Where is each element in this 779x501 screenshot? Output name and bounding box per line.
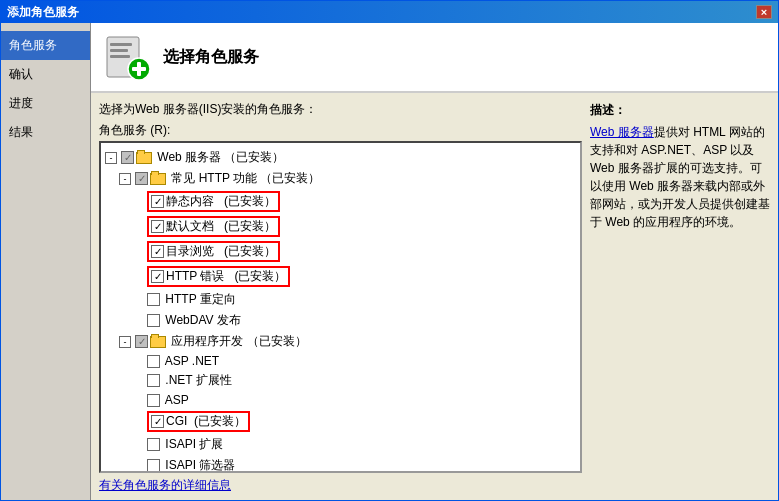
checkbox-isapi-ext[interactable] — [147, 438, 160, 451]
sidebar-item-confirm[interactable]: 确认 — [1, 60, 90, 89]
checkbox-app-dev[interactable] — [135, 335, 148, 348]
checkbox-common-http[interactable] — [135, 172, 148, 185]
sidebar: 角色服务 确认 进度 结果 — [1, 23, 91, 500]
svg-rect-2 — [110, 49, 128, 52]
highlight-box-doc: 默认文档 (已安装） — [147, 216, 280, 237]
description-panel: 描述： Web 服务器提供对 HTML 网站的支持和对 ASP.NET、ASP … — [590, 101, 770, 500]
bottom-link-area: 有关角色服务的详细信息 — [99, 473, 582, 500]
sidebar-item-result[interactable]: 结果 — [1, 118, 90, 147]
folder-icon-web-server — [136, 152, 152, 164]
tree-node-asp-net: ASP .NET — [105, 352, 576, 370]
label-static-content: 静态内容 (已安装） — [166, 193, 276, 210]
desc-content: Web 服务器提供对 HTML 网站的支持和对 ASP.NET、ASP 以及 W… — [590, 123, 770, 231]
tree-node-webdav: WebDAV 发布 — [105, 310, 576, 331]
checkbox-asp-net[interactable] — [147, 355, 160, 368]
highlight-box-static: 静态内容 (已安装） — [147, 191, 280, 212]
folder-icon-app-dev — [150, 336, 166, 348]
title-bar: 添加角色服务 × — [1, 1, 778, 23]
tree-container: - Web 服务器 （已安装） - — [99, 141, 582, 473]
desc-text: 提供对 HTML 网站的支持和对 ASP.NET、ASP 以及 Web 服务器扩… — [590, 125, 770, 229]
checkbox-http-errors[interactable] — [151, 270, 164, 283]
role-label: 角色服务 (R): — [99, 122, 582, 139]
wizard-title: 选择角色服务 — [163, 47, 259, 68]
tree-node-dir-browse: 目录浏览 (已安装） — [105, 239, 576, 264]
checkbox-webdav[interactable] — [147, 314, 160, 327]
checkbox-cgi[interactable] — [151, 415, 164, 428]
expand-btn-app-dev[interactable]: - — [119, 336, 131, 348]
expand-btn-common-http[interactable]: - — [119, 173, 131, 185]
instruction-text: 选择为Web 服务器(IIS)安装的角色服务： — [99, 101, 582, 118]
checkbox-net-ext[interactable] — [147, 374, 160, 387]
sidebar-item-progress[interactable]: 进度 — [1, 89, 90, 118]
label-http-redirect: HTTP 重定向 — [162, 291, 236, 308]
window-title: 添加角色服务 — [7, 4, 79, 21]
sidebar-item-role-services[interactable]: 角色服务 — [1, 31, 90, 60]
checkbox-dir-browse[interactable] — [151, 245, 164, 258]
checkbox-http-redirect[interactable] — [147, 293, 160, 306]
label-asp-net: ASP .NET — [162, 354, 219, 368]
label-asp: ASP — [162, 393, 189, 407]
highlight-box-err: HTTP 错误 (已安装） — [147, 266, 290, 287]
tree-list[interactable]: - Web 服务器 （已安装） - — [101, 143, 580, 471]
svg-rect-6 — [132, 67, 146, 71]
tree-node-default-doc: 默认文档 (已安装） — [105, 214, 576, 239]
highlight-box-cgi: CGI (已安装） — [147, 411, 250, 432]
checkbox-web-server[interactable] — [121, 151, 134, 164]
label-dir-browse: 目录浏览 (已安装） — [166, 243, 276, 260]
label-app-dev: 应用程序开发 （已安装） — [168, 333, 307, 350]
highlight-box-dir: 目录浏览 (已安装） — [147, 241, 280, 262]
wizard-container: 选择角色服务 选择为Web 服务器(IIS)安装的角色服务： 角色服务 (R): — [91, 23, 778, 500]
expand-btn-web-server[interactable]: - — [105, 152, 117, 164]
folder-icon-common-http — [150, 173, 166, 185]
tree-node-cgi: CGI (已安装） — [105, 409, 576, 434]
label-default-doc: 默认文档 (已安装） — [166, 218, 276, 235]
close-button[interactable]: × — [756, 5, 772, 19]
tree-node-isapi-ext: ISAPI 扩展 — [105, 434, 576, 455]
tree-node-asp: ASP — [105, 391, 576, 409]
checkbox-default-doc[interactable] — [151, 220, 164, 233]
label-net-ext: .NET 扩展性 — [162, 372, 232, 389]
label-web-server: Web 服务器 （已安装） — [154, 149, 284, 166]
checkbox-static-content[interactable] — [151, 195, 164, 208]
desc-link[interactable]: Web 服务器 — [590, 125, 654, 139]
svg-rect-3 — [110, 55, 130, 58]
tree-node-common-http: - 常见 HTTP 功能 （已安装） — [105, 168, 576, 189]
tree-node-static-content: 静态内容 (已安装） — [105, 189, 576, 214]
checkbox-isapi-filter[interactable] — [147, 459, 160, 471]
label-webdav: WebDAV 发布 — [162, 312, 241, 329]
tree-node-isapi-filter: ISAPI 筛选器 — [105, 455, 576, 471]
tree-section: 选择为Web 服务器(IIS)安装的角色服务： 角色服务 (R): - — [99, 101, 582, 500]
wizard-header: 选择角色服务 — [91, 23, 778, 93]
tree-node-app-dev: - 应用程序开发 （已安装） — [105, 331, 576, 352]
tree-node-http-errors: HTTP 错误 (已安装） — [105, 264, 576, 289]
label-cgi: CGI (已安装） — [166, 413, 246, 430]
wizard-body: 选择为Web 服务器(IIS)安装的角色服务： 角色服务 (R): - — [91, 93, 778, 500]
label-http-errors: HTTP 错误 (已安装） — [166, 268, 286, 285]
svg-rect-1 — [110, 43, 132, 46]
label-isapi-filter: ISAPI 筛选器 — [162, 457, 235, 471]
details-link[interactable]: 有关角色服务的详细信息 — [99, 478, 231, 492]
tree-node-http-redirect: HTTP 重定向 — [105, 289, 576, 310]
wizard-icon — [103, 33, 151, 81]
tree-node-net-ext: .NET 扩展性 — [105, 370, 576, 391]
label-isapi-ext: ISAPI 扩展 — [162, 436, 223, 453]
desc-title: 描述： — [590, 101, 770, 119]
content-area: 角色服务 确认 进度 结果 — [1, 23, 778, 500]
checkbox-asp[interactable] — [147, 394, 160, 407]
label-common-http: 常见 HTTP 功能 （已安装） — [168, 170, 320, 187]
tree-node-web-server: - Web 服务器 （已安装） — [105, 147, 576, 168]
wizard-window: 添加角色服务 × 角色服务 确认 进度 结果 — [0, 0, 779, 501]
